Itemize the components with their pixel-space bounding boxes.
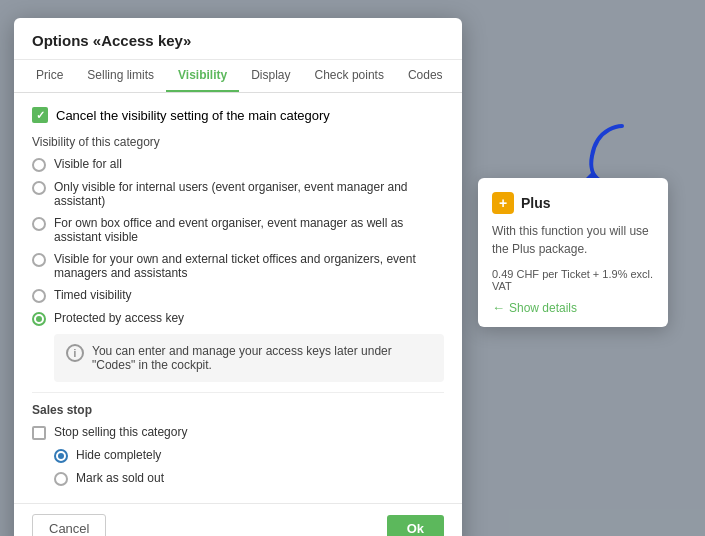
radio-visible-for-all[interactable]: Visible for all [32, 157, 444, 172]
plus-icon: + [492, 192, 514, 214]
tab-visibility[interactable]: Visibility [166, 60, 239, 92]
arrow-indicator [572, 116, 632, 186]
radio-own-and-external[interactable]: Visible for your own and external ticket… [32, 252, 444, 280]
ok-button[interactable]: Ok [387, 515, 444, 536]
plus-price: 0.49 CHF per Ticket + 1.9% excl. VAT [492, 268, 654, 292]
tab-bar: Price Selling limits Visibility Display … [14, 60, 462, 93]
cancel-main-category-checkbox[interactable] [32, 107, 48, 123]
mark-sold-out-row[interactable]: Mark as sold out [32, 471, 444, 486]
visibility-section-label: Visibility of this category [32, 135, 444, 149]
radio-timed-visibility-btn[interactable] [32, 289, 46, 303]
cancel-main-category-label: Cancel the visibility setting of the mai… [56, 108, 330, 123]
radio-own-box-office-btn[interactable] [32, 217, 46, 231]
cancel-main-category-row[interactable]: Cancel the visibility setting of the mai… [32, 107, 444, 123]
radio-own-box-office-label: For own box office and event organiser, … [54, 216, 444, 244]
tab-codes[interactable]: Codes [396, 60, 455, 92]
plus-title: Plus [521, 195, 551, 211]
radio-internal-only-btn[interactable] [32, 181, 46, 195]
access-key-info-box: i You can enter and manage your access k… [54, 334, 444, 382]
radio-protected-by-access-key-btn[interactable] [32, 312, 46, 326]
hide-completely-row[interactable]: Hide completely [32, 448, 444, 463]
radio-own-and-external-label: Visible for your own and external ticket… [54, 252, 444, 280]
tab-price[interactable]: Price [24, 60, 75, 92]
show-details-label: Show details [509, 301, 577, 315]
stop-selling-label: Stop selling this category [54, 425, 187, 439]
mark-sold-out-label: Mark as sold out [76, 471, 164, 485]
modal-title: Options «Access key» [14, 18, 462, 60]
mark-sold-out-radio[interactable] [54, 472, 68, 486]
stop-selling-checkbox[interactable] [32, 426, 46, 440]
stop-selling-row[interactable]: Stop selling this category [32, 425, 444, 440]
cancel-button[interactable]: Cancel [32, 514, 106, 536]
radio-own-and-external-btn[interactable] [32, 253, 46, 267]
hide-completely-label: Hide completely [76, 448, 161, 462]
radio-protected-by-access-key-label: Protected by access key [54, 311, 184, 325]
hide-completely-radio[interactable] [54, 449, 68, 463]
modal-dialog: Options «Access key» Price Selling limit… [14, 18, 462, 536]
radio-internal-only[interactable]: Only visible for internal users (event o… [32, 180, 444, 208]
divider [32, 392, 444, 393]
radio-visible-for-all-btn[interactable] [32, 158, 46, 172]
radio-internal-only-label: Only visible for internal users (event o… [54, 180, 444, 208]
radio-timed-visibility[interactable]: Timed visibility [32, 288, 444, 303]
radio-own-box-office[interactable]: For own box office and event organiser, … [32, 216, 444, 244]
radio-timed-visibility-label: Timed visibility [54, 288, 132, 302]
radio-protected-by-access-key[interactable]: Protected by access key [32, 311, 444, 326]
plus-description: With this function you will use the Plus… [492, 222, 654, 258]
radio-visible-for-all-label: Visible for all [54, 157, 122, 171]
tab-display[interactable]: Display [239, 60, 302, 92]
access-key-info-text: You can enter and manage your access key… [92, 344, 432, 372]
show-details-link[interactable]: ← Show details [492, 300, 654, 315]
tab-check-points[interactable]: Check points [303, 60, 396, 92]
plus-card-header: + Plus [492, 192, 654, 214]
modal-body: Cancel the visibility setting of the mai… [14, 93, 462, 503]
show-details-arrow-icon: ← [492, 300, 505, 315]
tab-selling-limits[interactable]: Selling limits [75, 60, 166, 92]
modal-footer: Cancel Ok [14, 503, 462, 536]
info-icon: i [66, 344, 84, 362]
plus-card: + Plus With this function you will use t… [478, 178, 668, 327]
sales-stop-label: Sales stop [32, 403, 444, 417]
